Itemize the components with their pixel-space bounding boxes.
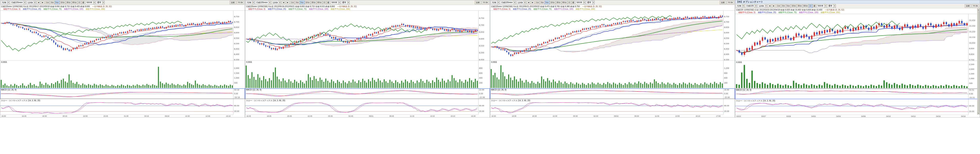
- scale-select[interactable]: 通常▼: [586, 1, 595, 4]
- period-button[interactable]: 60分: [562, 1, 568, 4]
- period-button[interactable]: 1分: [45, 1, 50, 4]
- category-select[interactable]: 先物▼: [736, 4, 745, 8]
- contract-select[interactable]: 12/09▼: [272, 1, 281, 4]
- macd-chart-canvas[interactable]: [0, 89, 245, 99]
- period-button[interactable]: 10分: [550, 1, 555, 4]
- macd-chart-canvas[interactable]: [735, 89, 980, 99]
- ma-legend-item: 移動平均 (Close, 25): [268, 8, 286, 10]
- technical-button[interactable]: ﾃｸﾆｶﾙ: [972, 4, 979, 8]
- volume-chart-canvas[interactable]: [490, 60, 735, 88]
- chevron-down-icon: ▼: [497, 1, 500, 4]
- next-button[interactable]: ▶: [286, 1, 290, 4]
- price-chart-canvas[interactable]: [0, 11, 245, 60]
- contract-select[interactable]: 12/09▼: [517, 1, 526, 4]
- symbol-select[interactable]: 日経225mini▼: [10, 1, 26, 4]
- price-chart-canvas[interactable]: [245, 11, 490, 60]
- next-button[interactable]: ▶: [41, 1, 45, 4]
- period-button[interactable]: 3分: [50, 1, 55, 4]
- x-axis-label: 02:45: [348, 115, 353, 117]
- period-button[interactable]: 日: [809, 4, 813, 8]
- ma-legend-item: 移動平均 (Close, 75): [533, 8, 552, 10]
- period-button[interactable]: 1分: [776, 4, 781, 8]
- technical-button[interactable]: ﾃｸﾆｶﾙ: [237, 1, 244, 4]
- prev-button[interactable]: ◀: [282, 1, 285, 4]
- period-button[interactable]: 5分: [300, 1, 305, 4]
- period-button[interactable]: 30分: [556, 1, 562, 4]
- chevron-down-icon: ▼: [24, 1, 26, 4]
- scale-select[interactable]: 通常▼: [827, 4, 836, 8]
- period-button[interactable]: 10分: [305, 1, 310, 4]
- period-button[interactable]: 日: [323, 1, 326, 4]
- period-button[interactable]: 60分: [317, 1, 323, 4]
- compare-button[interactable]: 比較: [230, 1, 236, 4]
- scroll-up-icon[interactable]: ▲: [977, 8, 980, 11]
- bar-count-select[interactable]: 500本▼: [331, 1, 340, 4]
- price-chart-canvas[interactable]: [735, 14, 980, 60]
- period-button[interactable]: 30分: [311, 1, 317, 4]
- macd-pane-label: MACD (12, 26, 9): [1, 89, 16, 91]
- macd-pane: MACD (12, 26, 9): [0, 88, 245, 99]
- period-button[interactable]: 週: [813, 4, 816, 8]
- scale-select[interactable]: 通常▼: [341, 1, 350, 4]
- prev-button[interactable]: ◀: [37, 1, 40, 4]
- volume-chart-canvas[interactable]: [0, 60, 245, 88]
- symbol-select[interactable]: 日経225mini▼: [500, 1, 516, 4]
- price-chart-canvas[interactable]: [490, 11, 735, 60]
- scale-select[interactable]: 通常▼: [96, 1, 105, 4]
- period-button[interactable]: 日: [568, 1, 571, 4]
- symbol-select[interactable]: 日経225mini▼: [255, 1, 271, 4]
- next-button[interactable]: ▶: [531, 1, 535, 4]
- period-button[interactable]: 30分: [797, 4, 802, 8]
- macd-chart-canvas[interactable]: [245, 89, 490, 99]
- scroll-down-icon[interactable]: ▼: [977, 112, 980, 114]
- technical-button[interactable]: ﾃｸﾆｶﾙ: [727, 1, 734, 4]
- compare-button[interactable]: 比較: [720, 1, 726, 4]
- period-button[interactable]: 60分: [72, 1, 78, 4]
- bar-count-select[interactable]: 500本▼: [576, 1, 585, 4]
- category-select[interactable]: 先物▼: [246, 1, 255, 4]
- volume-chart-canvas[interactable]: [245, 60, 490, 88]
- period-button[interactable]: 1分: [290, 1, 295, 4]
- bar-count-select[interactable]: 500本▼: [817, 4, 827, 8]
- period-button[interactable]: 週: [326, 1, 330, 4]
- contract-select[interactable]: 12/09▼: [27, 1, 36, 4]
- period-button[interactable]: 5分: [786, 4, 791, 8]
- category-select[interactable]: 先物▼: [491, 1, 500, 4]
- ma-legend-item: 移動平均 (Close, 25): [513, 8, 531, 10]
- macd-chart-canvas[interactable]: [490, 89, 735, 99]
- legend-line1: 日経225mini 12/09(OSE) 5分足 2012/05/21-2012…: [491, 5, 734, 8]
- bar-count-select[interactable]: 500本▼: [86, 1, 95, 4]
- ma-legend-item: 移動平均 (Close, 200): [821, 11, 840, 13]
- scroll-thumb[interactable]: [978, 11, 980, 111]
- macd-pane: MACD (12, 26, 9): [245, 88, 490, 99]
- period-button[interactable]: 60分: [803, 4, 809, 8]
- period-button[interactable]: 30分: [66, 1, 72, 4]
- period-button[interactable]: 5分: [545, 1, 550, 4]
- prev-button[interactable]: ◀: [768, 4, 772, 8]
- chart-window: 先物▼ 日経225mini▼ 12/09▼ ◀ ▶ 1分3分5分10分30分60…: [490, 0, 735, 117]
- period-button[interactable]: 10分: [791, 4, 797, 8]
- period-button[interactable]: 日: [78, 1, 81, 4]
- period-button[interactable]: 10分: [60, 1, 65, 4]
- period-button[interactable]: 1分: [535, 1, 540, 4]
- chevron-down-icon: ▼: [102, 1, 105, 4]
- stoch-pane-label: スロー・ストキャスティクス (14, 3, 66, 20): [736, 99, 775, 102]
- x-axis-label: 23:45: [103, 115, 108, 117]
- next-button[interactable]: ▶: [772, 4, 776, 8]
- period-button[interactable]: 5分: [55, 1, 60, 4]
- x-axis-labels: 15:0016:4518:3020:1522:0023:4501:3003:15…: [0, 114, 233, 117]
- volume-chart-canvas[interactable]: [735, 61, 980, 89]
- symbol-select[interactable]: 日経225▼: [745, 4, 757, 8]
- category-select[interactable]: 先物▼: [1, 1, 10, 4]
- period-button[interactable]: 3分: [295, 1, 300, 4]
- prev-button[interactable]: ◀: [527, 1, 530, 4]
- compare-button[interactable]: 比較: [475, 1, 481, 4]
- period-button[interactable]: 3分: [781, 4, 786, 8]
- period-button[interactable]: 3分: [540, 1, 545, 4]
- period-button[interactable]: 週: [571, 1, 575, 4]
- period-button[interactable]: 週: [81, 1, 85, 4]
- contract-select[interactable]: 12/06▼: [757, 4, 767, 8]
- vertical-scrollbar[interactable]: ▲ ▼: [977, 8, 980, 114]
- compare-button[interactable]: 比較: [965, 4, 971, 8]
- technical-button[interactable]: ﾃｸﾆｶﾙ: [482, 1, 489, 4]
